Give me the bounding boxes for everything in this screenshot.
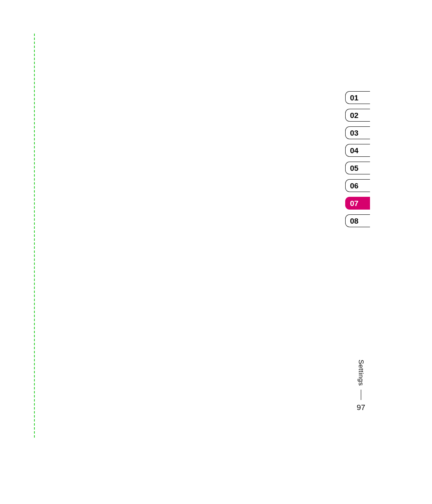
fold-line bbox=[34, 34, 35, 438]
page-number: 97 bbox=[357, 403, 365, 412]
tab-05[interactable]: 05 bbox=[345, 162, 370, 174]
tab-07[interactable]: 07 bbox=[345, 197, 370, 210]
tab-01[interactable]: 01 bbox=[345, 91, 370, 104]
tab-04[interactable]: 04 bbox=[345, 144, 370, 157]
tab-02[interactable]: 02 bbox=[345, 109, 370, 122]
section-tabs: 01 02 03 04 05 06 07 08 bbox=[345, 91, 370, 227]
footer-divider bbox=[361, 390, 362, 400]
tab-08[interactable]: 08 bbox=[345, 214, 370, 227]
section-label: Settings bbox=[357, 360, 365, 386]
tab-03[interactable]: 03 bbox=[345, 126, 370, 139]
page-footer: Settings 97 bbox=[357, 360, 365, 412]
tab-06[interactable]: 06 bbox=[345, 179, 370, 192]
